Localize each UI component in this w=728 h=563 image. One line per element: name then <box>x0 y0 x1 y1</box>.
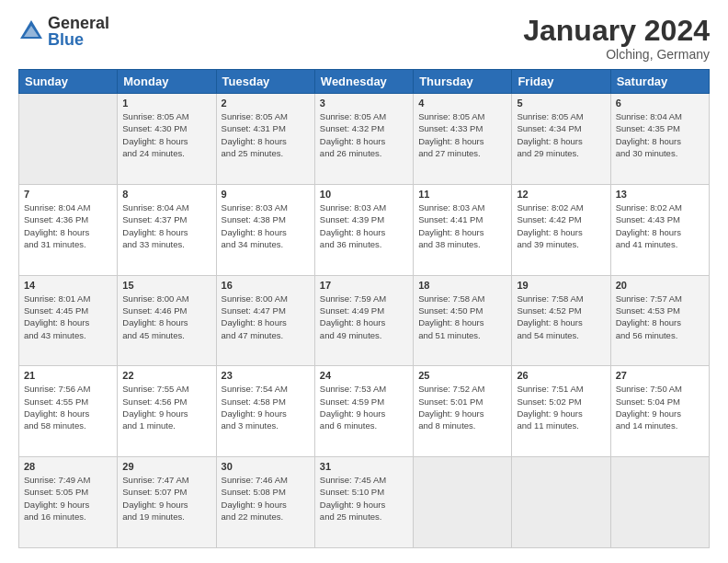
day-number: 2 <box>222 98 310 109</box>
calendar-cell: 2Sunrise: 8:05 AM Sunset: 4:31 PM Daylig… <box>216 94 314 185</box>
calendar-cell: 13Sunrise: 8:02 AM Sunset: 4:43 PM Dayli… <box>610 184 709 275</box>
calendar-cell: 26Sunrise: 7:51 AM Sunset: 5:02 PM Dayli… <box>512 366 610 457</box>
day-info: Sunrise: 7:55 AM Sunset: 4:56 PM Dayligh… <box>122 383 210 431</box>
calendar-cell: 20Sunrise: 7:57 AM Sunset: 4:53 PM Dayli… <box>610 275 709 366</box>
calendar-week-row: 7Sunrise: 8:04 AM Sunset: 4:36 PM Daylig… <box>19 184 710 275</box>
calendar-cell: 23Sunrise: 7:54 AM Sunset: 4:58 PM Dayli… <box>216 366 314 457</box>
calendar-table: SundayMondayTuesdayWednesdayThursdayFrid… <box>18 69 710 548</box>
calendar-cell: 16Sunrise: 8:00 AM Sunset: 4:47 PM Dayli… <box>216 275 314 366</box>
day-number: 6 <box>616 98 704 109</box>
day-number: 18 <box>418 280 506 291</box>
day-info: Sunrise: 7:57 AM Sunset: 4:53 PM Dayligh… <box>616 293 704 341</box>
calendar-cell: 4Sunrise: 8:05 AM Sunset: 4:33 PM Daylig… <box>414 94 512 185</box>
day-number: 3 <box>320 98 408 109</box>
weekday-header: Thursday <box>414 70 512 94</box>
logo: General Blue <box>18 15 109 48</box>
weekday-header: Sunday <box>19 70 118 94</box>
day-number: 23 <box>222 370 310 381</box>
calendar-week-row: 28Sunrise: 7:49 AM Sunset: 5:05 PM Dayli… <box>19 457 710 548</box>
day-info: Sunrise: 8:05 AM Sunset: 4:31 PM Dayligh… <box>222 110 310 159</box>
calendar-cell: 21Sunrise: 7:56 AM Sunset: 4:55 PM Dayli… <box>19 366 118 457</box>
calendar-cell <box>414 457 512 548</box>
day-number: 13 <box>616 189 704 200</box>
calendar-cell: 3Sunrise: 8:05 AM Sunset: 4:32 PM Daylig… <box>314 94 413 185</box>
day-number: 10 <box>320 189 408 200</box>
weekday-header: Friday <box>512 70 610 94</box>
day-number: 25 <box>418 370 506 381</box>
day-number: 14 <box>24 280 112 291</box>
day-number: 17 <box>320 280 408 291</box>
day-number: 5 <box>517 98 605 109</box>
title-area: January 2024 Olching, Germany <box>523 15 710 62</box>
calendar-cell: 6Sunrise: 8:04 AM Sunset: 4:35 PM Daylig… <box>610 94 709 185</box>
day-number: 24 <box>320 370 408 381</box>
day-info: Sunrise: 7:59 AM Sunset: 4:49 PM Dayligh… <box>320 293 408 341</box>
day-info: Sunrise: 7:51 AM Sunset: 5:02 PM Dayligh… <box>517 383 605 431</box>
header: General Blue January 2024 Olching, Germa… <box>18 15 710 62</box>
calendar-week-row: 1Sunrise: 8:05 AM Sunset: 4:30 PM Daylig… <box>19 94 710 185</box>
calendar-cell: 15Sunrise: 8:00 AM Sunset: 4:46 PM Dayli… <box>118 275 216 366</box>
calendar-cell: 31Sunrise: 7:45 AM Sunset: 5:10 PM Dayli… <box>314 457 413 548</box>
day-number: 4 <box>418 98 506 109</box>
calendar-week-row: 14Sunrise: 8:01 AM Sunset: 4:45 PM Dayli… <box>19 275 710 366</box>
day-number: 9 <box>222 189 310 200</box>
weekday-header: Monday <box>118 70 216 94</box>
location: Olching, Germany <box>523 47 710 62</box>
day-number: 31 <box>320 461 408 472</box>
day-info: Sunrise: 8:05 AM Sunset: 4:30 PM Dayligh… <box>122 110 210 159</box>
day-number: 21 <box>24 370 112 381</box>
calendar-cell: 8Sunrise: 8:04 AM Sunset: 4:37 PM Daylig… <box>118 184 216 275</box>
logo-icon <box>18 18 44 44</box>
calendar-cell <box>610 457 709 548</box>
calendar-cell: 5Sunrise: 8:05 AM Sunset: 4:34 PM Daylig… <box>512 94 610 185</box>
logo-blue: Blue <box>48 31 109 48</box>
day-number: 20 <box>616 280 704 291</box>
day-number: 16 <box>222 280 310 291</box>
day-number: 8 <box>122 189 210 200</box>
logo-text: General Blue <box>48 15 109 48</box>
day-info: Sunrise: 7:56 AM Sunset: 4:55 PM Dayligh… <box>24 383 112 431</box>
weekday-header: Tuesday <box>216 70 314 94</box>
day-number: 19 <box>517 280 605 291</box>
calendar-cell: 28Sunrise: 7:49 AM Sunset: 5:05 PM Dayli… <box>19 457 118 548</box>
day-info: Sunrise: 8:05 AM Sunset: 4:34 PM Dayligh… <box>517 110 605 159</box>
day-info: Sunrise: 8:00 AM Sunset: 4:47 PM Dayligh… <box>222 293 310 341</box>
day-info: Sunrise: 7:52 AM Sunset: 5:01 PM Dayligh… <box>418 383 506 431</box>
day-info: Sunrise: 7:49 AM Sunset: 5:05 PM Dayligh… <box>24 474 112 523</box>
calendar-cell: 7Sunrise: 8:04 AM Sunset: 4:36 PM Daylig… <box>19 184 118 275</box>
day-number: 26 <box>517 370 605 381</box>
day-info: Sunrise: 8:03 AM Sunset: 4:39 PM Dayligh… <box>320 201 408 250</box>
day-number: 1 <box>122 98 210 109</box>
day-number: 12 <box>517 189 605 200</box>
calendar-week-row: 21Sunrise: 7:56 AM Sunset: 4:55 PM Dayli… <box>19 366 710 457</box>
calendar-cell: 12Sunrise: 8:02 AM Sunset: 4:42 PM Dayli… <box>512 184 610 275</box>
calendar-cell <box>512 457 610 548</box>
day-info: Sunrise: 7:47 AM Sunset: 5:07 PM Dayligh… <box>122 474 210 523</box>
calendar-cell: 29Sunrise: 7:47 AM Sunset: 5:07 PM Dayli… <box>118 457 216 548</box>
calendar-cell: 18Sunrise: 7:58 AM Sunset: 4:50 PM Dayli… <box>414 275 512 366</box>
day-info: Sunrise: 8:03 AM Sunset: 4:38 PM Dayligh… <box>222 201 310 250</box>
day-info: Sunrise: 7:54 AM Sunset: 4:58 PM Dayligh… <box>222 383 310 431</box>
calendar-cell: 9Sunrise: 8:03 AM Sunset: 4:38 PM Daylig… <box>216 184 314 275</box>
day-info: Sunrise: 7:58 AM Sunset: 4:52 PM Dayligh… <box>517 293 605 341</box>
calendar-cell: 24Sunrise: 7:53 AM Sunset: 4:59 PM Dayli… <box>314 366 413 457</box>
day-info: Sunrise: 7:45 AM Sunset: 5:10 PM Dayligh… <box>320 474 408 523</box>
day-info: Sunrise: 8:04 AM Sunset: 4:35 PM Dayligh… <box>616 110 704 159</box>
calendar-cell: 11Sunrise: 8:03 AM Sunset: 4:41 PM Dayli… <box>414 184 512 275</box>
day-number: 15 <box>122 280 210 291</box>
calendar-cell: 30Sunrise: 7:46 AM Sunset: 5:08 PM Dayli… <box>216 457 314 548</box>
day-number: 30 <box>222 461 310 472</box>
calendar-cell: 27Sunrise: 7:50 AM Sunset: 5:04 PM Dayli… <box>610 366 709 457</box>
calendar-cell: 19Sunrise: 7:58 AM Sunset: 4:52 PM Dayli… <box>512 275 610 366</box>
calendar-cell: 25Sunrise: 7:52 AM Sunset: 5:01 PM Dayli… <box>414 366 512 457</box>
calendar-cell: 22Sunrise: 7:55 AM Sunset: 4:56 PM Dayli… <box>118 366 216 457</box>
calendar-cell: 17Sunrise: 7:59 AM Sunset: 4:49 PM Dayli… <box>314 275 413 366</box>
day-info: Sunrise: 8:04 AM Sunset: 4:36 PM Dayligh… <box>24 201 112 250</box>
day-info: Sunrise: 7:46 AM Sunset: 5:08 PM Dayligh… <box>222 474 310 523</box>
calendar-cell: 10Sunrise: 8:03 AM Sunset: 4:39 PM Dayli… <box>314 184 413 275</box>
calendar-cell: 14Sunrise: 8:01 AM Sunset: 4:45 PM Dayli… <box>19 275 118 366</box>
day-number: 7 <box>24 189 112 200</box>
day-info: Sunrise: 7:58 AM Sunset: 4:50 PM Dayligh… <box>418 293 506 341</box>
day-info: Sunrise: 8:02 AM Sunset: 4:42 PM Dayligh… <box>517 201 605 250</box>
day-info: Sunrise: 8:05 AM Sunset: 4:33 PM Dayligh… <box>418 110 506 159</box>
